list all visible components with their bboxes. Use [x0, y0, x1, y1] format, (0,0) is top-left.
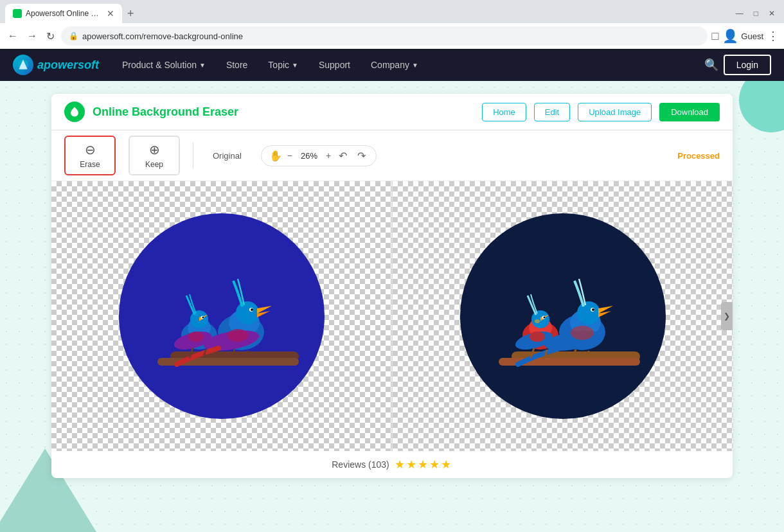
- nav-store[interactable]: Store: [216, 49, 258, 81]
- zoom-value: 26%: [298, 151, 321, 161]
- processed-bird-svg: [473, 245, 653, 387]
- svg-point-22: [188, 332, 204, 342]
- undo-button[interactable]: ↶: [336, 148, 350, 163]
- home-button[interactable]: Home: [482, 103, 526, 121]
- close-button[interactable]: ✕: [765, 8, 779, 19]
- processed-panel: [393, 181, 733, 451]
- browser-chrome: Apowersoft Online Backgroun ✕ + — □ ✕ ← …: [0, 0, 784, 49]
- lock-icon: 🔒: [69, 31, 78, 40]
- chevron-down-icon-2: ▼: [292, 62, 298, 69]
- url-bar[interactable]: 🔒 apowersoft.com/remove-background-onlin…: [61, 26, 708, 46]
- nav-support[interactable]: Support: [308, 49, 361, 81]
- reload-button[interactable]: ↻: [44, 29, 57, 44]
- svg-point-23: [227, 329, 248, 342]
- upload-image-button[interactable]: Upload Image: [578, 103, 652, 121]
- edit-button[interactable]: Edit: [534, 103, 570, 121]
- zoom-out-button[interactable]: −: [287, 150, 292, 161]
- svg-line-21: [246, 351, 247, 358]
- processed-bird-circle: [460, 213, 666, 419]
- browser-menu: □ 👤 Guest ⋮: [711, 28, 779, 44]
- svg-point-16: [251, 308, 253, 311]
- zoom-in-button[interactable]: +: [326, 150, 331, 161]
- profile-button[interactable]: 👤 Guest: [722, 28, 763, 44]
- sidebar-toggle-arrow[interactable]: ❯: [721, 302, 733, 330]
- keep-tool-button[interactable]: ⊕ Keep: [129, 136, 180, 175]
- minimize-button[interactable]: —: [732, 8, 747, 19]
- url-text: apowersoft.com/remove-background-online: [82, 31, 243, 41]
- original-bird-circle: [119, 213, 325, 419]
- svg-point-31: [543, 317, 545, 319]
- svg-point-46: [571, 326, 594, 340]
- original-checker-bg: [51, 181, 391, 451]
- tab-favicon: [13, 9, 22, 18]
- nav-company[interactable]: Company ▼: [361, 49, 429, 81]
- extensions-button[interactable]: □: [711, 30, 718, 43]
- pan-tool-button[interactable]: ✋: [269, 150, 282, 162]
- chevron-right-icon: ❯: [724, 312, 730, 321]
- app-container: Online Background Eraser Home Edit Uploa…: [51, 94, 733, 478]
- new-tab-button[interactable]: +: [122, 7, 139, 21]
- tab-bar: Apowersoft Online Backgroun ✕ + — □ ✕: [0, 0, 784, 23]
- svg-point-39: [592, 308, 594, 311]
- erase-tool-button[interactable]: ⊖ Erase: [64, 136, 116, 175]
- logo-text: apowersoft: [37, 58, 99, 72]
- tab-title: Apowersoft Online Backgroun: [26, 9, 103, 18]
- chevron-down-icon-3: ▼: [412, 62, 418, 69]
- svg-line-44: [587, 351, 589, 358]
- site-nav: apowersoft Product & Solution ▼ Store To…: [0, 49, 784, 81]
- app-logo-icon: [64, 102, 85, 122]
- svg-point-45: [530, 332, 545, 342]
- redo-button[interactable]: ↷: [355, 148, 368, 163]
- tab-close-button[interactable]: ✕: [107, 8, 114, 19]
- original-bird-svg: [132, 245, 312, 387]
- svg-point-35: [577, 301, 600, 324]
- logo-icon: [13, 55, 33, 75]
- nav-topic[interactable]: Topic ▼: [258, 49, 308, 81]
- site-logo[interactable]: apowersoft: [13, 55, 99, 75]
- window-controls: — □ ✕: [732, 8, 779, 19]
- svg-point-8: [202, 317, 204, 319]
- profile-icon: 👤: [722, 28, 738, 44]
- original-panel: [51, 181, 391, 451]
- editor-toolbar: ⊖ Erase ⊕ Keep Original ✋ − 26% + ↶ ↷ Pr…: [51, 130, 733, 181]
- svg-point-47: [535, 319, 540, 323]
- forward-button[interactable]: →: [24, 29, 40, 43]
- minus-circle-icon: ⊖: [85, 142, 96, 157]
- svg-point-12: [236, 301, 259, 324]
- original-label: Original: [206, 151, 248, 161]
- reviews-text: Reviews (103): [332, 459, 389, 470]
- chevron-down-icon: ▼: [199, 62, 206, 69]
- main-content: Online Background Eraser Home Edit Uploa…: [0, 81, 784, 532]
- app-header: Online Background Eraser Home Edit Uploa…: [51, 94, 733, 130]
- reviews-bar: Reviews (103) ★★★★★: [51, 451, 733, 478]
- chrome-menu-button[interactable]: ⋮: [767, 29, 779, 43]
- toolbar-divider: [193, 143, 193, 168]
- download-button[interactable]: Download: [659, 103, 720, 121]
- active-tab[interactable]: Apowersoft Online Backgroun ✕: [5, 4, 122, 23]
- search-icon[interactable]: 🔍: [699, 58, 724, 72]
- login-button[interactable]: Login: [724, 55, 771, 75]
- plus-circle-icon: ⊕: [149, 142, 160, 157]
- editor-canvas: ❯: [51, 181, 733, 451]
- guest-label: Guest: [741, 31, 763, 41]
- zoom-controls: ✋ − 26% + ↶ ↷: [261, 145, 377, 166]
- address-bar: ← → ↻ 🔒 apowersoft.com/remove-background…: [0, 23, 784, 49]
- processed-label: Processed: [677, 151, 720, 161]
- processed-checker-bg: [393, 181, 733, 451]
- app-title: Online Background Eraser: [93, 105, 238, 119]
- maximize-button[interactable]: □: [750, 8, 762, 19]
- back-button[interactable]: ←: [5, 29, 21, 43]
- nav-product-solution[interactable]: Product & Solution ▼: [112, 49, 216, 81]
- star-rating: ★★★★★: [395, 457, 452, 472]
